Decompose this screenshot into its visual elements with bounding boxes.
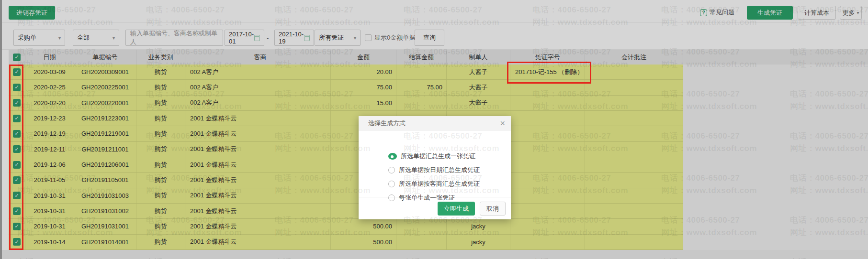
cell-amount: 15.00 [331,96,396,110]
cell-doc-no: GH20191211001 [74,142,136,157]
col-header-amount[interactable]: 金额 [331,50,396,65]
row-checkbox[interactable]: ✓ [13,223,21,230]
cell-settle-amount: 75.00 [396,80,447,95]
row-checkbox[interactable]: ✓ [13,130,21,138]
table-row[interactable]: ✓ 2019-12-19 GH20191219001 购货 2001 金蝶精斗云 [9,126,683,141]
radio-option[interactable]: 所选单据汇总生成一张凭证 [388,151,475,161]
calendar-icon [304,35,310,41]
col-header-voucher-no[interactable]: 凭证字号 [510,50,585,65]
voucher-filter-select[interactable]: 所有凭证 ▾ [315,30,361,46]
table-row[interactable]: ✓ 2019-10-14 GH20191014001 购货 2001 金蝶精斗云… [9,235,683,250]
col-header-biz-type[interactable]: 业务类别 [136,50,185,65]
cell-doc-no: GH20200225001 [74,80,136,95]
search-input[interactable]: 输入单据编号、客商名称或制单人 [125,30,223,46]
cell-biz-type: 购货 [136,173,185,187]
radio-option[interactable]: 所选单据按客商汇总生成凭证 [388,179,480,189]
date-from-input[interactable]: 2017-10-01 [225,30,264,46]
cell-settle-amount [396,219,447,234]
cell-date: 2019-11-05 [25,173,74,187]
select-all-checkbox[interactable]: ✓ [13,54,21,61]
cell-note [585,111,683,126]
table-row[interactable]: ✓ 2019-10-31 GH20191031003 购货 2001 金蝶精斗云 [9,188,683,204]
row-checkbox[interactable]: ✓ [13,115,21,122]
show-zero-checkbox[interactable]: 显示0金额单据 [365,30,415,46]
cell-note [585,219,683,234]
cell-date: 2019-12-19 [25,126,74,141]
row-checkbox[interactable]: ✓ [13,207,21,215]
dialog-header: 选择生成方式 × [359,116,511,130]
faq-label: 常见问题 [710,8,734,17]
cell-voucher-no [510,126,585,141]
calculate-cost-button[interactable]: 计算成本 [798,6,836,20]
row-checkbox[interactable]: ✓ [13,192,21,199]
cell-voucher-no [510,96,585,110]
col-header-filler [683,50,868,65]
scope-select[interactable]: 全部 ▾ [73,30,119,46]
cell-doc-no: GH20191031001 [74,219,136,234]
filter-bar: 采购单 ▾ 全部 ▾ 输入单据编号、客商名称或制单人 2017-10-01 - … [0,23,868,50]
cell-note [585,142,683,157]
row-checkbox[interactable]: ✓ [13,99,21,107]
row-checkbox[interactable]: ✓ [13,161,21,169]
date-to-input[interactable]: 2021-10-19 [274,30,314,46]
col-header-date[interactable]: 日期 [25,50,74,65]
cell-date: 2019-10-31 [25,204,74,218]
faq-link[interactable]: ? 常见问题 [700,7,734,18]
cell-doc-no: GH20200309001 [74,65,136,79]
col-header-doc-no[interactable]: 单据编号 [74,50,136,65]
table-row[interactable]: ✓ 2019-12-11 GH20191211001 购货 2001 金蝶精斗云 [9,142,683,157]
radio-option[interactable]: 所选单据按日期汇总生成凭证 [388,165,480,175]
table-row[interactable]: ✓ 2020-03-09 GH20200309001 购货 002 A客户 20… [9,65,683,80]
table-row[interactable]: ✓ 2020-02-25 GH20200225001 购货 002 A客户 75… [9,80,683,95]
cell-customer: 2001 金蝶精斗云 [185,204,331,218]
radio-unselected-icon[interactable] [388,181,395,187]
table-row[interactable]: ✓ 2019-10-31 GH20191031001 购货 2001 金蝶精斗云… [9,219,683,234]
col-header-settle-amount[interactable]: 结算金额 [396,50,447,65]
cell-biz-type: 购货 [136,96,185,110]
row-checkbox[interactable]: ✓ [13,176,21,184]
scope-value: 全部 [77,33,90,42]
cell-maker: jacky [447,235,510,249]
row-checkbox[interactable]: ✓ [13,84,21,91]
col-header-note[interactable]: 会计批注 [585,50,683,65]
table-row[interactable]: ✓ 2019-12-06 GH20191206001 购货 2001 金蝶精斗云 [9,157,683,173]
radio-unselected-icon[interactable] [388,167,395,173]
table-row[interactable]: ✓ 2019-12-23 GH20191223001 购货 2001 金蝶精斗云 [9,111,683,126]
cell-customer: 2001 金蝶精斗云 [185,173,331,187]
generate-voucher-button[interactable]: 生成凭证 [747,6,793,20]
more-label: 更多 [842,9,855,17]
cell-voucher-no [510,142,585,157]
cell-date: 2019-12-23 [25,111,74,126]
cell-date: 2019-12-06 [25,157,74,172]
inventory-voucher-button[interactable]: 进销存凭证 [9,6,55,20]
generate-now-button[interactable]: 立即生成 [438,202,475,216]
cell-date: 2020-03-09 [25,65,74,79]
cell-customer: 2001 金蝶精斗云 [185,219,331,234]
close-icon[interactable]: × [500,119,505,128]
chevron-down-icon: ▾ [58,35,61,41]
cell-biz-type: 购货 [136,126,185,141]
cell-voucher-no [510,235,585,249]
chevron-down-icon: ▾ [113,35,115,41]
table-body: ✓ 2020-03-09 GH20200309001 购货 002 A客户 20… [9,65,683,250]
radio-selected-icon[interactable] [388,153,397,160]
more-button[interactable]: 更多 ▾ [840,6,862,20]
doc-type-select[interactable]: 采购单 ▾ [13,30,65,46]
row-checkbox[interactable]: ✓ [13,238,21,246]
row-checkbox[interactable]: ✓ [13,145,21,153]
cell-maker: jacky [447,219,510,234]
chevron-down-icon: ▾ [857,10,859,15]
table-row[interactable]: ✓ 2019-11-05 GH20191105001 购货 2001 金蝶精斗云 [9,173,683,188]
cancel-button[interactable]: 取消 [480,202,506,216]
top-toolbar: 进销存凭证 ? 常见问题 生成凭证 计算成本 更多 ▾ [0,0,868,23]
table-row[interactable]: ✓ 2020-02-20 GH20200220001 购货 002 A客户 15… [9,96,683,111]
row-checkbox[interactable]: ✓ [13,68,21,76]
query-button[interactable]: 查询 [415,30,444,46]
cell-settle-amount [396,65,447,79]
col-header-maker[interactable]: 制单人 [447,50,510,65]
col-header-customer[interactable]: 客商 [185,50,331,65]
chevron-down-icon: ▾ [354,35,356,41]
table-row[interactable]: ✓ 2019-10-31 GH20191031002 购货 2001 金蝶精斗云 [9,204,683,219]
cell-amount: 500.00 [331,219,396,234]
generate-mode-dialog: 选择生成方式 × 所选单据汇总生成一张凭证所选单据按日期汇总生成凭证所选单据按客… [359,116,511,219]
